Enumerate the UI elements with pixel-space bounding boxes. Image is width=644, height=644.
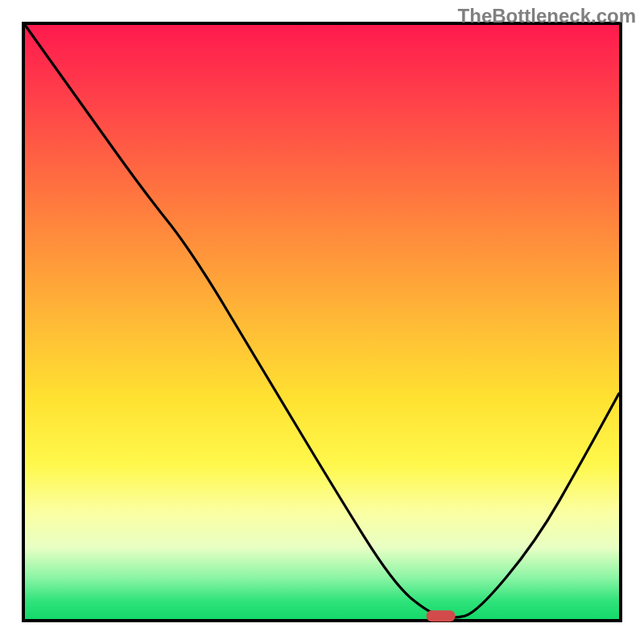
chart-frame: TheBottleneck.com: [0, 0, 644, 644]
watermark-text: TheBottleneck.com: [458, 5, 636, 27]
bottleneck-curve-path: [25, 25, 619, 617]
plot-area: [22, 22, 622, 622]
chart-svg: [25, 25, 619, 619]
optimal-point-marker: [427, 610, 456, 621]
